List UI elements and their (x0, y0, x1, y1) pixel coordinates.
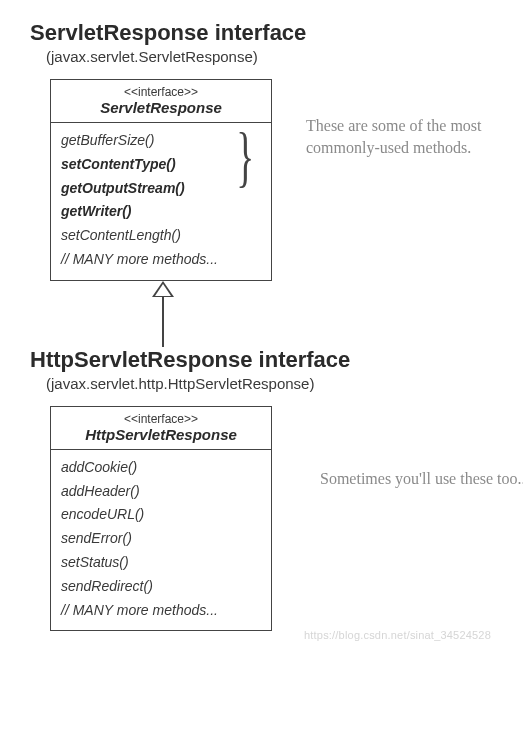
method-row: getBufferSize() (61, 129, 261, 153)
section1-wrap: <<interface>> ServletResponse getBufferS… (30, 79, 493, 347)
uml-head: <<interface>> ServletResponse (51, 80, 271, 123)
annotation-2: Sometimes you'll use these too... (320, 468, 523, 490)
section2-subtitle: (javax.servlet.http.HttpServletResponse) (46, 375, 493, 392)
method-row: // MANY more methods... (61, 248, 261, 272)
method-row: encodeURL() (61, 503, 261, 527)
uml-head: <<interface>> HttpServletResponse (51, 407, 271, 450)
class-name: HttpServletResponse (55, 426, 267, 443)
section2-title: HttpServletResponse interface (30, 347, 493, 373)
method-row: sendError() (61, 527, 261, 551)
stereotype-label: <<interface>> (55, 412, 267, 426)
uml-body: addCookie() addHeader() encodeURL() send… (51, 450, 271, 631)
method-row: addCookie() (61, 456, 261, 480)
inheritance-connector (152, 281, 493, 347)
hollow-triangle-inner (155, 284, 171, 296)
stereotype-label: <<interface>> (55, 85, 267, 99)
method-row: setContentLength() (61, 224, 261, 248)
method-row: addHeader() (61, 480, 261, 504)
watermark-text: https://blog.csdn.net/sinat_34524528 (304, 629, 491, 641)
section-1: ServletResponse interface (javax.servlet… (30, 20, 493, 347)
uml-box-httpservletresponse: <<interface>> HttpServletResponse addCoo… (50, 406, 272, 632)
connector-line (162, 296, 164, 347)
annotation-1: These are some of the most commonly-used… (306, 115, 516, 158)
method-row: setStatus() (61, 551, 261, 575)
section2-wrap: <<interface>> HttpServletResponse addCoo… (30, 406, 493, 638)
method-row: setContentType() (61, 153, 261, 177)
method-row: getWriter() (61, 200, 261, 224)
section1-title: ServletResponse interface (30, 20, 493, 46)
class-name: ServletResponse (55, 99, 267, 116)
uml-box-servletresponse: <<interface>> ServletResponse getBufferS… (50, 79, 272, 281)
uml-body: getBufferSize() setContentType() getOutp… (51, 123, 271, 280)
brace-icon: } (236, 126, 254, 187)
method-row: sendRedirect() (61, 575, 261, 599)
section-2: HttpServletResponse interface (javax.ser… (30, 347, 493, 638)
section1-subtitle: (javax.servlet.ServletResponse) (46, 48, 493, 65)
method-row: getOutputStream() (61, 177, 261, 201)
method-row: // MANY more methods... (61, 599, 261, 623)
